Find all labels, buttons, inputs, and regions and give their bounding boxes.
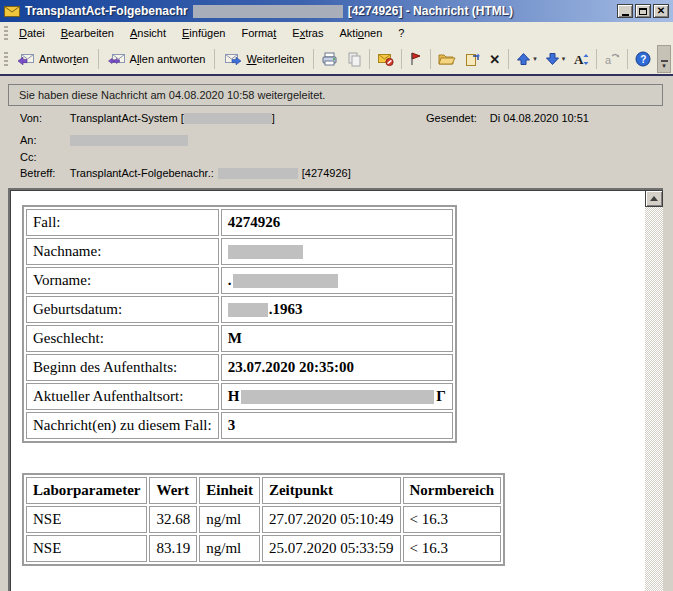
von-label: Von: (20, 112, 67, 124)
forwarded-info-banner: Sie haben diese Nachricht am 04.08.2020 … (8, 84, 663, 106)
betreff-value: TransplantAct-Folgebenachr.:[4274926] (70, 167, 351, 179)
table-row: NSE 83.19 ng/ml 25.07.2020 05:33:59 < 16… (26, 535, 501, 562)
print-button[interactable] (317, 48, 342, 70)
menu-datei[interactable]: Datei (11, 24, 53, 43)
forward-icon (224, 52, 242, 66)
open-folder-icon (438, 51, 456, 67)
menu-extras[interactable]: Extras (284, 24, 331, 43)
lab-cell: ng/ml (199, 506, 260, 533)
message-body-content: Fall: 4274926 Nachname: Vorname: . Gebur… (10, 190, 645, 591)
table-row: Beginn des Aufenthalts: 23.07.2020 20:35… (26, 354, 453, 381)
title-redaction-block (193, 5, 343, 18)
minimize-icon (622, 14, 629, 16)
scrollbar-up-button[interactable] (645, 190, 663, 207)
help-icon: ? (635, 51, 651, 67)
vorname-redaction-block (233, 274, 338, 288)
cc-label: Cc: (20, 151, 67, 163)
maximize-button[interactable] (635, 4, 651, 18)
toolbar: Antworten Allen antworten (0, 44, 673, 76)
message-header: Von: TransplantAct-System [] Gesendet: D… (0, 106, 673, 188)
junk-mail-button[interactable] (373, 48, 398, 70)
dropdown-caret-icon: ▾ (562, 55, 566, 63)
von-redaction-block (184, 113, 272, 124)
case-row-value: 23.07.2020 20:35:00 (221, 354, 453, 381)
toolbar-options-button[interactable]: ▾ (657, 45, 671, 73)
toolbar-grip-handle[interactable] (4, 52, 8, 67)
case-row-value: 4274926 (221, 209, 453, 236)
menu-format[interactable]: Format (233, 24, 284, 43)
text-size-button[interactable]: A (569, 49, 593, 70)
delete-button[interactable]: ✕ (484, 51, 505, 68)
lab-cell: NSE (26, 535, 147, 562)
toolbar-separator (98, 49, 99, 69)
forward-button[interactable]: Weiterleiten (218, 49, 310, 69)
menu-hilfe[interactable]: ? (390, 24, 412, 43)
von-value: TransplantAct-System [] (70, 112, 275, 124)
copy-button[interactable] (342, 48, 366, 70)
case-row-label: Fall: (26, 209, 219, 236)
lab-cell: NSE (26, 506, 147, 533)
vertical-scrollbar[interactable] (645, 190, 663, 591)
toolbar-separator (214, 49, 215, 69)
table-row: Fall: 4274926 (26, 209, 453, 236)
reply-button[interactable]: Antworten (11, 49, 95, 69)
svg-text:?: ? (640, 54, 646, 65)
minimize-button[interactable] (617, 4, 633, 18)
lab-header-wert: Wert (149, 477, 197, 504)
toolbar-separator (627, 49, 628, 69)
reply-all-button[interactable]: Allen antworten (102, 49, 212, 69)
create-rule-button[interactable] (460, 48, 484, 70)
previous-item-button[interactable]: ▾ (512, 49, 541, 69)
case-row-value: . (221, 267, 453, 294)
menu-einfuegen[interactable]: Einfügen (174, 24, 233, 43)
menu-bearbeiten[interactable]: Bearbeiten (53, 24, 122, 43)
help-button[interactable]: ? (631, 48, 655, 70)
table-row: Nachricht(en) zu diesem Fall: 3 (26, 412, 453, 439)
menu-ansicht[interactable]: Ansicht (122, 24, 174, 43)
case-row-label: Geschlecht: (26, 325, 219, 352)
lab-header-einheit: Einheit (199, 477, 260, 504)
close-button[interactable]: ✕ (653, 4, 669, 18)
header-row-gesendet: Gesendet: Di 04.08.2020 10:51 (426, 112, 589, 124)
menu-aktionen[interactable]: Aktionen (331, 24, 390, 43)
gesendet-label: Gesendet: (426, 112, 477, 124)
copy-icon (346, 51, 362, 67)
case-row-label: Beginn des Aufenthalts: (26, 354, 219, 381)
table-row: Nachname: (26, 238, 453, 265)
lab-cell: 32.68 (149, 506, 197, 533)
next-item-button[interactable]: ▾ (541, 49, 570, 69)
message-body: Fall: 4274926 Nachname: Vorname: . Gebur… (8, 188, 663, 591)
lab-cell: < 16.3 (403, 535, 502, 562)
mail-envelope-icon (4, 5, 20, 18)
toolbar-separator (596, 49, 597, 69)
translate-icon: a (604, 52, 620, 67)
title-bar: TransplantAct-Folgebenachr [4274926] - N… (0, 0, 673, 22)
menu-grip-handle[interactable] (4, 26, 8, 41)
forwarded-info-text: Sie haben diese Nachricht am 04.08.2020 … (19, 89, 325, 101)
lab-header-zeitpunkt: Zeitpunkt (262, 477, 401, 504)
betreff-redaction-block (218, 168, 298, 179)
lab-cell: 83.19 (149, 535, 197, 562)
nachname-redaction-block (228, 245, 303, 259)
arrow-down-icon (545, 52, 560, 66)
arrow-up-icon (516, 52, 531, 66)
case-row-value: .1963 (221, 296, 453, 323)
case-row-label: Geburtsdatum: (26, 296, 219, 323)
translate-button[interactable]: a (600, 49, 624, 70)
lab-header-normbereich: Normbereich (403, 477, 502, 504)
print-icon (321, 51, 338, 67)
move-to-folder-button[interactable] (434, 48, 460, 70)
case-row-value: 3 (221, 412, 453, 439)
reply-icon (17, 52, 35, 66)
flag-button[interactable] (405, 48, 427, 70)
scroll-up-arrow-icon (650, 196, 658, 201)
case-row-label: Aktueller Aufenthaltsort: (26, 383, 219, 410)
lab-results-table: Laborparameter Wert Einheit Zeitpunkt No… (22, 473, 505, 566)
toolbar-separator (430, 49, 431, 69)
header-row-betreff: Betreff: TransplantAct-Folgebenachr.:[42… (20, 167, 351, 180)
message-window: TransplantAct-Folgebenachr [4274926] - N… (0, 0, 673, 591)
case-row-value: M (221, 325, 453, 352)
lab-cell: < 16.3 (403, 506, 502, 533)
menu-bar: Datei Bearbeiten Ansicht Einfügen Format… (0, 22, 673, 44)
dropdown-caret-icon: ▾ (533, 55, 537, 63)
